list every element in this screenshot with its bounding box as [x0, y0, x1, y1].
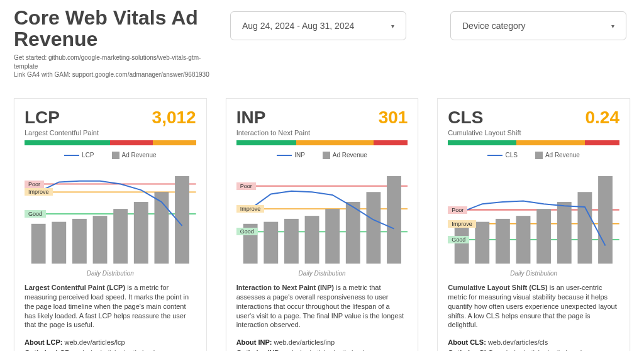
legend-line-label: LCP	[82, 152, 94, 159]
page-title: Core Web Vitals Ad Revenue	[14, 8, 215, 50]
metric-description: Largest Contentful Paint (LCP) is a metr…	[25, 283, 196, 330]
device-category-selector[interactable]: Device category ▾	[450, 11, 626, 40]
metric-value: 3,012	[152, 108, 196, 128]
about-label: About LCP:	[25, 338, 62, 346]
chevron-down-icon: ▾	[391, 23, 394, 30]
threshold-label-good: Good	[448, 236, 469, 243]
threshold-label-improve: Improve	[25, 188, 53, 196]
svg-rect-16	[284, 219, 299, 264]
metric-card-lcp: LCP3,012Largest Contentful PaintLCPAd Re…	[14, 98, 207, 351]
legend-line-label: CLS	[505, 152, 517, 159]
metric-description: Cumulative Layout Shift (CLS) is an user…	[448, 283, 619, 330]
device-category-value: Device category	[462, 21, 525, 31]
metric-abbr: LCP	[25, 108, 60, 128]
svg-rect-8	[134, 202, 148, 264]
metric-value: 301	[379, 108, 408, 128]
header-note-1: Get started: github.com/google-marketing…	[14, 53, 215, 70]
metric-abbr: CLS	[448, 108, 483, 128]
about-link[interactable]: web.dev/articles/inp	[274, 338, 335, 346]
about-link[interactable]: web.dev/articles/cls	[488, 338, 548, 346]
metric-card-cls: CLS0.24Cumulative Layout ShiftCLSAd Reve…	[437, 98, 630, 351]
svg-rect-5	[72, 219, 87, 264]
svg-rect-29	[537, 209, 552, 264]
chart-caption: Daily Distribution	[25, 270, 196, 277]
metric-links: About CLS: web.dev/articles/clsOptimize …	[448, 337, 619, 351]
legend-bar-label: Ad Revenue	[122, 152, 157, 159]
metric-value: 0.24	[586, 108, 620, 128]
threshold-label-poor: Poor	[25, 181, 44, 188]
chart: PoorImproveGood	[236, 160, 408, 267]
threshold-label-poor: Poor	[236, 182, 256, 190]
about-label: About CLS:	[448, 338, 486, 346]
metric-full-name: Interaction to Next Paint	[236, 129, 408, 136]
svg-rect-4	[52, 222, 66, 264]
chevron-down-icon: ▾	[611, 23, 614, 30]
legend-bar-label: Ad Revenue	[333, 152, 367, 159]
metric-full-name: Cumulative Layout Shift	[448, 129, 619, 136]
svg-rect-3	[31, 224, 46, 264]
metric-card-inp: INP301Interaction to Next PaintINPAd Rev…	[226, 98, 419, 351]
health-bar	[236, 140, 408, 145]
date-range-selector[interactable]: Aug 24, 2024 - Aug 31, 2024 ▾	[230, 11, 406, 40]
chart-caption: Daily Distribution	[448, 270, 619, 277]
svg-rect-17	[304, 216, 319, 264]
legend-bar-label: Ad Revenue	[545, 152, 580, 159]
svg-rect-21	[387, 176, 401, 264]
metric-abbr: INP	[236, 108, 266, 128]
health-bar	[25, 140, 196, 145]
svg-rect-6	[93, 216, 108, 264]
metric-full-name: Largest Contentful Paint	[25, 129, 196, 136]
health-bar	[448, 140, 619, 145]
svg-rect-7	[113, 209, 128, 264]
date-range-value: Aug 24, 2024 - Aug 31, 2024	[242, 21, 354, 31]
svg-rect-28	[516, 216, 531, 264]
metric-description: Interaction to Next Paint (INP) is a met…	[236, 283, 408, 330]
svg-rect-31	[578, 192, 592, 264]
header-note-2: Link GA4 with GAM: support.google.com/ad…	[14, 70, 215, 79]
threshold-label-improve: Improve	[236, 205, 265, 213]
svg-rect-30	[557, 202, 572, 264]
chart-caption: Daily Distribution	[236, 270, 408, 277]
svg-rect-18	[325, 209, 340, 264]
legend-line-label: INP	[294, 152, 305, 159]
svg-rect-32	[598, 176, 613, 264]
threshold-label-good: Good	[236, 228, 258, 235]
chart-legend: INPAd Revenue	[236, 152, 408, 159]
chart-legend: LCPAd Revenue	[25, 152, 196, 159]
threshold-label-good: Good	[25, 210, 46, 218]
metric-links: About INP: web.dev/articles/inpOptimize …	[236, 337, 408, 351]
svg-rect-19	[346, 202, 360, 264]
chart: PoorImproveGood	[25, 160, 196, 267]
chart-legend: CLSAd Revenue	[448, 152, 619, 159]
svg-rect-15	[264, 222, 278, 264]
about-link[interactable]: web.dev/articles/lcp	[65, 338, 125, 346]
threshold-label-improve: Improve	[448, 220, 476, 228]
threshold-label-poor: Poor	[448, 206, 467, 214]
metric-links: About LCP: web.dev/articles/lcpOptimize …	[25, 337, 196, 351]
chart: PoorImproveGood	[448, 160, 619, 267]
svg-rect-26	[475, 222, 490, 264]
svg-rect-25	[455, 224, 469, 264]
svg-rect-27	[496, 219, 510, 264]
svg-rect-20	[366, 192, 380, 264]
about-label: About INP:	[236, 338, 272, 346]
